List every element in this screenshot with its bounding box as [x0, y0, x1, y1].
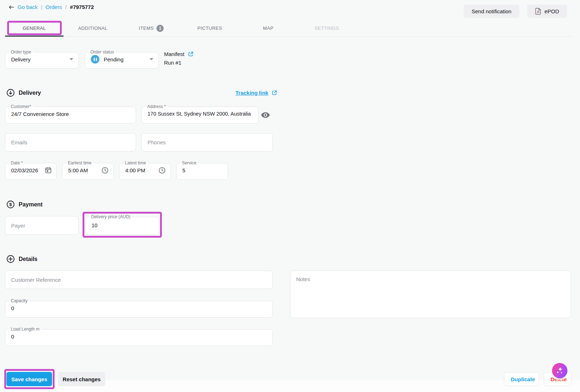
- send-notification-button[interactable]: Send notification: [464, 5, 519, 18]
- emails-placeholder: Emails: [11, 139, 27, 145]
- load-length-value: 0: [11, 333, 14, 340]
- ai-assistant-button[interactable]: [552, 363, 567, 378]
- notes-textarea[interactable]: Notes: [290, 271, 571, 318]
- tab-items[interactable]: ITEMS 1: [122, 20, 181, 36]
- order-status-select[interactable]: Order status Pending: [85, 50, 159, 69]
- customer-label: Customer*: [9, 104, 33, 109]
- delivery-price-label: Delivery price (AUD): [89, 215, 132, 219]
- order-type-label: Order type: [9, 50, 33, 55]
- load-length-field[interactable]: Load Length m 0: [5, 327, 273, 346]
- tab-bar: GENERAL ADDITIONAL ITEMS 1 PICTURES MAP …: [5, 20, 571, 37]
- tab-general-label: GENERAL: [23, 20, 46, 36]
- payer-input[interactable]: Payer: [5, 216, 79, 235]
- load-length-label: Load Length m: [9, 327, 41, 332]
- chevron-down-icon: [70, 58, 73, 60]
- tab-settings-label: SETTINGS: [314, 20, 339, 36]
- earliest-time-field[interactable]: Earliest time 5:00 AM: [62, 161, 114, 180]
- duplicate-button[interactable]: Duplicate: [504, 372, 539, 386]
- customer-reference-input[interactable]: Customer Reference: [5, 271, 273, 289]
- tab-general[interactable]: GENERAL: [5, 20, 64, 36]
- emails-input[interactable]: Emails: [5, 133, 136, 151]
- orders-link[interactable]: Orders: [46, 4, 62, 10]
- svg-text:$: $: [9, 202, 12, 207]
- latest-time-value: 4:00 PM: [125, 167, 145, 173]
- address-field[interactable]: Address * 170 Sussex St, Sydney NSW 2000…: [141, 104, 258, 123]
- tab-items-label: ITEMS: [139, 20, 154, 36]
- back-arrow-icon[interactable]: [9, 5, 14, 10]
- date-label: Date *: [9, 161, 24, 165]
- pause-icon: [91, 55, 99, 64]
- details-section-header: Details: [6, 255, 37, 263]
- manifest-link[interactable]: Manifest: [164, 51, 184, 57]
- circle-arrow-down-icon: [6, 89, 15, 97]
- delivery-section-header: Delivery: [6, 89, 41, 97]
- date-field[interactable]: Date * 02/03/2026: [5, 161, 57, 180]
- order-type-value: Delivery: [11, 56, 31, 62]
- tab-additional-label: ADDITIONAL: [78, 20, 107, 36]
- latest-time-field[interactable]: Latest time 4:00 PM: [119, 161, 171, 180]
- latest-time-label: Latest time: [123, 161, 148, 165]
- service-field[interactable]: Service 5: [176, 161, 228, 180]
- customer-value: 24/7 Convenience Store: [11, 111, 69, 117]
- items-count-badge: 1: [156, 25, 164, 32]
- order-status-value: Pending: [104, 56, 123, 62]
- eye-icon[interactable]: [261, 112, 270, 118]
- payment-section-header: $ Payment: [6, 200, 43, 209]
- order-status-label: Order status: [89, 50, 116, 55]
- save-changes-button[interactable]: Save changes: [6, 372, 52, 386]
- breadcrumb-divider: |: [41, 4, 42, 10]
- tracking-link[interactable]: Tracking link: [235, 90, 277, 96]
- clock-icon[interactable]: [159, 167, 165, 174]
- external-link-icon: [188, 51, 194, 57]
- epod-button[interactable]: ePOD: [527, 5, 567, 18]
- capacity-label: Capacity: [9, 299, 29, 303]
- earliest-time-value: 5:00 AM: [68, 167, 88, 173]
- payment-section-title: Payment: [19, 201, 43, 208]
- tracking-link-label: Tracking link: [235, 90, 268, 96]
- plus-circle-icon: [6, 255, 15, 263]
- details-section-title: Details: [19, 256, 37, 262]
- service-label: Service: [180, 161, 198, 165]
- phones-placeholder: Phones: [148, 139, 166, 145]
- tab-pictures[interactable]: PICTURES: [181, 20, 239, 36]
- date-value: 02/03/2026: [11, 167, 38, 173]
- epod-button-label: ePOD: [544, 8, 559, 14]
- delivery-price-value: 10: [92, 222, 98, 228]
- address-label: Address *: [145, 104, 168, 109]
- breadcrumb-slash: /: [65, 4, 67, 10]
- capacity-field[interactable]: Capacity 0: [5, 299, 273, 318]
- active-tab-underline: [5, 36, 64, 37]
- delivery-section-title: Delivery: [19, 90, 41, 96]
- breadcrumb: Go back | Orders / #7975772: [9, 4, 94, 10]
- order-id: #7975772: [70, 4, 94, 10]
- earliest-time-label: Earliest time: [66, 161, 93, 165]
- calendar-icon[interactable]: [45, 167, 51, 173]
- capacity-value: 0: [11, 305, 14, 311]
- notes-placeholder: Notes: [296, 276, 310, 282]
- order-type-select[interactable]: Order type Delivery: [5, 50, 79, 69]
- order-details-page: Go back | Orders / #7975772 Send notific…: [0, 0, 580, 392]
- reset-changes-button[interactable]: Reset changes: [58, 372, 105, 386]
- service-value: 5: [182, 167, 185, 173]
- manifest-block: Manifest Run #1: [164, 51, 194, 66]
- customer-field[interactable]: Customer* 24/7 Convenience Store: [5, 104, 136, 123]
- clock-icon[interactable]: [102, 167, 108, 174]
- tab-map-label: MAP: [263, 20, 273, 36]
- pdf-document-icon: [535, 8, 541, 15]
- delivery-price-field[interactable]: Delivery price (AUD) 10: [85, 215, 159, 235]
- phones-input[interactable]: Phones: [141, 133, 273, 151]
- run-label: Run #1: [164, 60, 194, 66]
- header-actions: Send notification ePOD: [464, 5, 567, 18]
- payer-placeholder: Payer: [11, 223, 25, 229]
- tab-pictures-label: PICTURES: [197, 20, 222, 36]
- tab-additional[interactable]: ADDITIONAL: [64, 20, 122, 36]
- tab-map[interactable]: MAP: [239, 20, 298, 36]
- customer-reference-placeholder: Customer Reference: [11, 277, 61, 283]
- dollar-circle-icon: $: [6, 200, 15, 209]
- tab-settings[interactable]: SETTINGS: [298, 20, 356, 36]
- sparkles-icon: [555, 366, 565, 375]
- chevron-down-icon: [150, 58, 153, 60]
- address-value: 170 Sussex St, Sydney NSW 2000, Australi…: [148, 111, 251, 117]
- go-back-link[interactable]: Go back: [18, 4, 38, 10]
- external-link-icon: [271, 90, 277, 96]
